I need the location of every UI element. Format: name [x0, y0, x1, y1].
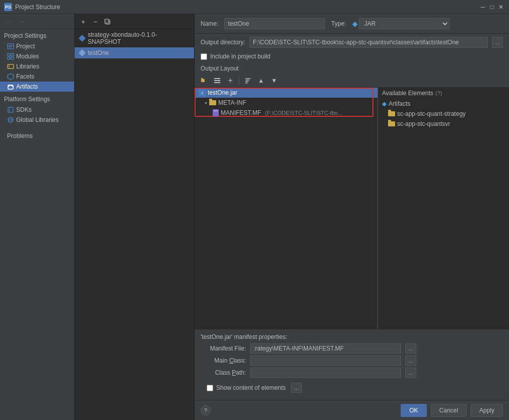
add-artifact-button[interactable]: +: [78, 16, 89, 27]
svg-rect-3: [8, 53, 10, 56]
main-area: ← → Project Settings Project Modules Lib…: [0, 14, 509, 420]
avail-label-strategy: sc-app-stc-quant-strategy: [397, 110, 466, 117]
tree-item-manifest-mf[interactable]: MANIFEST.MF (F:\CODE\STC-SLIT\STC-tbo...: [195, 108, 377, 118]
type-select[interactable]: JAR WAR EAR: [359, 18, 450, 29]
name-input[interactable]: [224, 18, 325, 29]
include-in-build-row: Include in project build: [195, 51, 509, 62]
artifact-entry-testone[interactable]: testOne: [75, 47, 194, 58]
sidebar-label-facets: Facets: [16, 73, 34, 80]
avail-artifacts-icon: ◆: [382, 100, 387, 107]
svg-rect-10: [8, 85, 13, 89]
close-button[interactable]: ✕: [497, 3, 505, 11]
project-icon: [7, 43, 14, 50]
include-in-build-checkbox[interactable]: [201, 53, 207, 60]
svg-rect-2: [9, 47, 12, 48]
sidebar-label-global-libraries: Global Libraries: [16, 116, 58, 123]
app-icon: PS: [4, 3, 12, 11]
show-content-label[interactable]: Show content of elements: [216, 384, 286, 391]
name-type-row: Name: Type: ◆ JAR WAR EAR: [195, 14, 509, 34]
artifact-entry-strategy[interactable]: strategy-xbondauto-0.1.0-SNAPSHOT: [75, 29, 194, 47]
svg-marker-9: [8, 74, 14, 80]
facets-icon: [7, 73, 14, 80]
class-path-label: Class Path:: [201, 369, 246, 376]
show-content-checkbox[interactable]: [207, 385, 213, 391]
avail-label-quantsvr: sc-app-stc-quantsvr: [397, 120, 450, 127]
layout-tree: J testOne.jar ▾ META-INF MANIFEST.MF (F:…: [195, 88, 378, 329]
tree-item-testone-jar[interactable]: J testOne.jar: [195, 88, 377, 98]
sidebar-label-sdks: SDKs: [16, 106, 32, 113]
class-path-browse-button[interactable]: ...: [405, 368, 416, 378]
remove-artifact-button[interactable]: −: [90, 16, 101, 27]
artifact-name-strategy: strategy-xbondauto-0.1.0-SNAPSHOT: [88, 31, 190, 45]
sidebar: ← → Project Settings Project Modules Lib…: [0, 14, 75, 420]
tree-label-meta-inf: META-INF: [218, 99, 246, 106]
cancel-button[interactable]: Cancel: [431, 404, 467, 417]
copy-artifact-button[interactable]: [102, 16, 113, 27]
artifact-toolbar: + −: [75, 14, 194, 29]
svg-rect-7: [8, 64, 14, 68]
svg-rect-4: [11, 53, 14, 56]
sidebar-item-libraries[interactable]: Libraries: [0, 61, 74, 72]
class-path-row: Class Path: ...: [201, 368, 503, 378]
layout-down-button[interactable]: ▼: [269, 75, 280, 86]
window-controls: ─ □ ✕: [479, 3, 505, 11]
sidebar-item-problems[interactable]: Problems: [0, 131, 74, 141]
layout-up-button[interactable]: ▲: [256, 75, 267, 86]
apply-button[interactable]: Apply: [471, 404, 503, 417]
bottom-bar: ? OK Cancel Apply: [195, 400, 509, 420]
type-label: Type:: [331, 20, 346, 27]
layout-show-dirs-button[interactable]: [199, 75, 210, 86]
ok-button[interactable]: OK: [401, 404, 426, 417]
tree-label-manifest-mf: MANIFEST.MF: [221, 109, 261, 116]
name-label: Name:: [201, 20, 218, 27]
artifact-diamond-icon-2: [79, 49, 86, 56]
help-button[interactable]: ?: [201, 405, 211, 415]
sidebar-item-project[interactable]: Project: [0, 41, 74, 51]
browse-output-dir-button[interactable]: ...: [492, 37, 503, 48]
manifest-mf-icon: [213, 109, 219, 116]
jar-icon: J: [199, 89, 206, 96]
project-settings-header: Project Settings: [0, 29, 74, 41]
sidebar-item-sdks[interactable]: SDKs: [0, 105, 74, 115]
main-class-browse-button[interactable]: ...: [405, 356, 416, 366]
expand-arrow-meta-inf[interactable]: ▾: [205, 100, 207, 106]
help-area: ?: [201, 405, 211, 415]
available-tree: ◆ Artifacts sc-app-stc-quant-strategy sc…: [378, 99, 509, 329]
output-dir-row: Output directory: ...: [195, 34, 509, 51]
manifest-file-browse-button[interactable]: ...: [405, 343, 416, 354]
layout-sort-button[interactable]: [242, 75, 253, 86]
artifact-name-testone: testOne: [88, 49, 109, 56]
avail-item-strategy[interactable]: sc-app-stc-quant-strategy: [378, 109, 509, 119]
artifact-diamond-icon: [79, 35, 86, 42]
main-class-input[interactable]: [250, 356, 401, 366]
output-layout-label: Output Layout: [195, 62, 509, 74]
sidebar-item-modules[interactable]: Modules: [0, 51, 74, 61]
manifest-file-label: Manifest File:: [201, 345, 246, 352]
sidebar-label-modules: Modules: [16, 53, 39, 60]
sidebar-item-facets[interactable]: Facets: [0, 72, 74, 82]
include-in-build-label[interactable]: Include in project build: [210, 53, 270, 60]
show-content-more-button[interactable]: ...: [291, 383, 302, 393]
title-bar-left: PS Project Structure: [4, 3, 60, 11]
manifest-file-row: Manifest File: ...: [201, 343, 503, 354]
sidebar-item-artifacts[interactable]: Artifacts: [0, 82, 74, 92]
minimize-button[interactable]: ─: [479, 3, 487, 11]
available-elements-header: Available Elements (?): [378, 88, 509, 99]
output-dir-input[interactable]: [249, 37, 488, 48]
tree-item-meta-inf[interactable]: ▾ META-INF: [195, 98, 377, 108]
svg-rect-20: [214, 78, 220, 79]
manifest-mf-path: (F:\CODE\STC-SLIT\STC-tbo...: [265, 110, 342, 116]
maximize-button[interactable]: □: [488, 3, 496, 11]
artifact-list-panel: + − strategy-xbondauto-0.1.0-SNAPSHOT te…: [75, 14, 195, 420]
avail-item-quantsvr[interactable]: sc-app-stc-quantsvr: [378, 119, 509, 129]
class-path-input[interactable]: [250, 368, 401, 378]
avail-item-artifacts[interactable]: ◆ Artifacts: [378, 99, 509, 109]
layout-add-button[interactable]: +: [225, 75, 236, 86]
sidebar-item-global-libraries[interactable]: Global Libraries: [0, 115, 74, 125]
layout-list-button[interactable]: [212, 75, 223, 86]
forward-button[interactable]: →: [16, 17, 27, 27]
back-button[interactable]: ←: [3, 17, 14, 27]
manifest-title: 'testOne.jar' manifest properties:: [201, 333, 503, 340]
manifest-file-input[interactable]: [250, 343, 401, 354]
layout-split: J testOne.jar ▾ META-INF MANIFEST.MF (F:…: [195, 88, 509, 329]
